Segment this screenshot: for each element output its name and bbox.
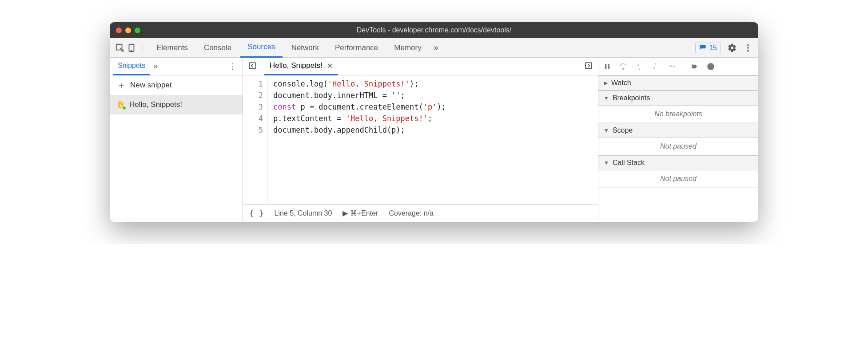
editor-statusbar: { } Line 5, Column 30 ▶ ⌘+Enter Coverage… [243, 204, 598, 222]
svg-rect-8 [605, 64, 606, 69]
tab-memory[interactable]: Memory [387, 38, 428, 58]
navigator-panel: Snippets » ⋮ ＋ New snippet Hello, Snippe… [110, 58, 243, 222]
expand-down-icon: ▼ [604, 160, 609, 166]
snippet-item-label: Hello, Snippets! [129, 100, 182, 109]
traffic-lights [116, 28, 140, 33]
devtools-window: DevTools - developer.chrome.com/docs/dev… [110, 22, 758, 222]
editor-file-tab[interactable]: Hello, Snippets! ✕ [264, 58, 338, 75]
plus-icon: ＋ [117, 79, 126, 91]
debugger-toolbar [598, 58, 758, 75]
deactivate-breakpoints-icon[interactable] [690, 62, 699, 71]
tab-console[interactable]: Console [197, 38, 239, 58]
kebab-menu-icon[interactable] [743, 43, 753, 53]
callstack-section-header[interactable]: ▼Call Stack [598, 155, 758, 170]
pause-on-exceptions-icon[interactable] [706, 62, 715, 71]
inspect-element-icon[interactable] [115, 43, 125, 53]
svg-point-5 [747, 50, 749, 51]
coverage-status: Coverage: n/a [389, 209, 434, 217]
svg-point-10 [622, 68, 624, 69]
pause-icon[interactable] [603, 62, 612, 71]
breakpoints-section-header[interactable]: ▼Breakpoints [598, 90, 758, 106]
navigator-tab-snippets[interactable]: Snippets [113, 58, 150, 75]
svg-point-3 [747, 44, 749, 46]
cursor-position: Line 5, Column 30 [275, 209, 332, 217]
tab-elements[interactable]: Elements [149, 38, 195, 58]
svg-rect-7 [585, 63, 591, 68]
step-into-icon[interactable] [635, 62, 644, 71]
main-toolbar: Elements Console Sources Network Perform… [110, 38, 758, 58]
issues-icon [699, 44, 706, 51]
history-back-icon[interactable] [247, 61, 259, 72]
navigator-tabs: Snippets » ⋮ [110, 58, 243, 75]
svg-point-4 [747, 47, 749, 49]
editor-file-tab-label: Hello, Snippets! [270, 61, 323, 70]
step-out-icon[interactable] [651, 62, 660, 71]
svg-point-12 [654, 63, 656, 64]
breakpoints-empty: No breakpoints [598, 106, 758, 123]
callstack-empty: Not paused [598, 170, 758, 188]
navigator-more-chevron-icon[interactable]: » [150, 62, 161, 71]
expand-right-icon: ▶ [604, 80, 608, 86]
navigator-kebab-icon[interactable]: ⋮ [226, 62, 239, 71]
device-toggle-icon[interactable] [127, 43, 136, 53]
tab-sources[interactable]: Sources [240, 38, 282, 58]
settings-gear-icon[interactable] [727, 43, 737, 53]
issues-button[interactable]: 15 [695, 43, 721, 53]
line-gutter: 1 2 3 4 5 [243, 75, 268, 204]
line-number: 2 [243, 90, 263, 101]
step-icon[interactable] [667, 62, 676, 71]
svg-rect-9 [608, 64, 609, 69]
snippet-file-icon [117, 101, 125, 109]
code-content: console.log('Hello, Snippets!');document… [268, 75, 451, 204]
history-forward-icon[interactable] [582, 61, 594, 72]
line-number: 5 [243, 124, 263, 136]
scope-empty: Not paused [598, 138, 758, 155]
scope-section-header[interactable]: ▼Scope [598, 123, 758, 138]
debugger-panel: ▶Watch ▼Breakpoints No breakpoints ▼Scop… [598, 58, 758, 222]
snippet-item[interactable]: Hello, Snippets! [110, 95, 243, 114]
maximize-window-button[interactable] [135, 28, 140, 33]
editor-panel: Hello, Snippets! ✕ 1 2 3 4 5 console.log… [243, 58, 598, 222]
expand-down-icon: ▼ [604, 127, 609, 134]
svg-rect-6 [250, 63, 255, 68]
line-number: 4 [243, 113, 263, 124]
issues-count: 15 [709, 44, 717, 52]
svg-point-11 [638, 68, 640, 70]
code-editor[interactable]: 1 2 3 4 5 console.log('Hello, Snippets!'… [243, 75, 598, 204]
editor-tabstrip: Hello, Snippets! ✕ [243, 58, 598, 75]
close-tab-icon[interactable]: ✕ [327, 62, 333, 70]
new-snippet-label: New snippet [130, 81, 172, 90]
tab-performance[interactable]: Performance [328, 38, 385, 58]
watch-section-header[interactable]: ▶Watch [598, 75, 758, 90]
tab-network[interactable]: Network [284, 38, 326, 58]
window-titlebar: DevTools - developer.chrome.com/docs/dev… [110, 22, 758, 38]
run-snippet-button[interactable]: ▶ ⌘+Enter [342, 209, 378, 217]
minimize-window-button[interactable] [125, 28, 131, 33]
sources-body: Snippets » ⋮ ＋ New snippet Hello, Snippe… [110, 58, 758, 222]
expand-down-icon: ▼ [604, 95, 609, 101]
line-number: 3 [243, 101, 263, 113]
new-snippet-button[interactable]: ＋ New snippet [110, 75, 243, 95]
svg-point-13 [673, 66, 675, 67]
window-title: DevTools - developer.chrome.com/docs/dev… [357, 26, 512, 34]
more-tabs-chevron-icon[interactable]: » [430, 43, 442, 52]
modified-indicator-icon [122, 106, 126, 110]
toolbar-divider [143, 43, 143, 53]
line-number: 1 [243, 78, 263, 90]
debugger-divider [683, 62, 683, 71]
step-over-icon[interactable] [619, 62, 628, 71]
pretty-print-icon[interactable]: { } [249, 209, 264, 218]
close-window-button[interactable] [116, 28, 122, 33]
